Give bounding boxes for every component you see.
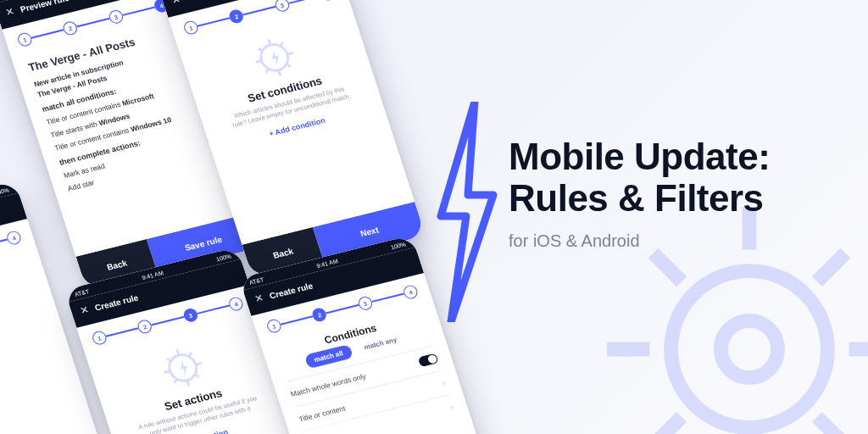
nav-title: Create rule [93, 292, 139, 312]
promo-stage: Mobile Update: Rules & Filters for iOS &… [0, 0, 868, 434]
svg-point-1 [721, 320, 777, 377]
nav-title: Preview rule [19, 0, 70, 14]
toggle-whole-words[interactable] [418, 353, 439, 367]
nav-title: Create rule [185, 0, 231, 2]
chevron-right-icon: › [449, 403, 455, 412]
close-icon[interactable]: ✕ [3, 5, 15, 19]
headline-block: Mobile Update: Rules & Filters for iOS &… [509, 136, 770, 251]
close-icon[interactable]: ✕ [253, 292, 264, 305]
step-2: 2 [62, 20, 79, 36]
svg-point-0 [671, 271, 828, 428]
close-icon[interactable]: ✕ [170, 0, 181, 7]
close-icon[interactable]: ✕ [78, 303, 90, 317]
chevron-right-icon: › [441, 378, 447, 387]
headline-line2: Rules & Filters [509, 177, 764, 219]
headline-title: Mobile Update: Rules & Filters [509, 136, 770, 220]
headline-subtitle: for iOS & Android [509, 231, 770, 251]
lightning-bolt-icon [422, 102, 507, 322]
step-3: 3 [107, 8, 124, 25]
headline-line1: Mobile Update: [509, 136, 770, 177]
step-1: 1 [16, 31, 33, 47]
nav-title: Create rule [268, 281, 314, 300]
